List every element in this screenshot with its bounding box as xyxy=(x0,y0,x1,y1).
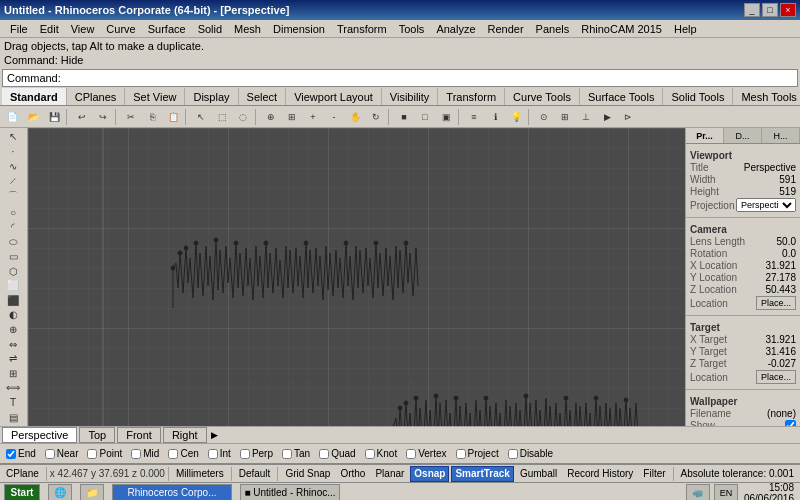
tb-render-full[interactable]: ▶ xyxy=(597,108,617,126)
tab-solid-tools[interactable]: Solid Tools xyxy=(663,88,733,106)
lt-transform[interactable]: ⇔ xyxy=(1,337,25,351)
rp-tab-help[interactable]: H... xyxy=(762,128,800,143)
tb-redo[interactable]: ↪ xyxy=(93,108,113,126)
menu-tools[interactable]: Tools xyxy=(393,22,431,36)
rhinoceros-taskbar-btn[interactable]: Rhinoceros Corpo... xyxy=(112,484,232,501)
menu-rhinocam[interactable]: RhinoCAM 2015 xyxy=(575,22,668,36)
rp-place-btn-target[interactable]: Place... xyxy=(756,370,796,384)
tb-copy[interactable]: ⎘ xyxy=(142,108,162,126)
menu-render[interactable]: Render xyxy=(482,22,530,36)
menu-view[interactable]: View xyxy=(65,22,101,36)
vp-tab-arrow[interactable]: ▶ xyxy=(209,430,220,440)
vp-tab-perspective[interactable]: Perspective xyxy=(2,427,77,443)
snap-point-check[interactable] xyxy=(87,449,97,459)
vp-tab-front[interactable]: Front xyxy=(117,427,161,443)
snap-near[interactable]: Near xyxy=(41,446,83,462)
tb-layer[interactable]: ≡ xyxy=(464,108,484,126)
sb-planar[interactable]: Planar xyxy=(371,466,408,482)
tab-setview[interactable]: Set View xyxy=(125,88,185,106)
tb-undo[interactable]: ↩ xyxy=(72,108,92,126)
lt-rect[interactable]: ▭ xyxy=(1,250,25,264)
sb-cplane[interactable]: CPlane xyxy=(2,466,43,482)
lt-extrude[interactable]: ⬛ xyxy=(1,293,25,307)
sb-ortho[interactable]: Ortho xyxy=(336,466,369,482)
lt-polyline[interactable]: ⌒ xyxy=(1,188,25,204)
snap-perp-check[interactable] xyxy=(240,449,250,459)
tab-visibility[interactable]: Visibility xyxy=(382,88,439,106)
tab-mesh-tools[interactable]: Mesh Tools xyxy=(733,88,800,106)
menu-solid[interactable]: Solid xyxy=(192,22,228,36)
lt-point[interactable]: · xyxy=(1,145,25,159)
tab-cplanes[interactable]: CPlanes xyxy=(67,88,126,106)
menu-mesh[interactable]: Mesh xyxy=(228,22,267,36)
sb-filter[interactable]: Filter xyxy=(639,466,669,482)
start-button[interactable]: Start xyxy=(4,484,40,501)
tb-save[interactable]: 💾 xyxy=(44,108,64,126)
snap-point[interactable]: Point xyxy=(83,446,126,462)
snap-project[interactable]: Project xyxy=(452,446,503,462)
snap-quad-check[interactable] xyxy=(319,449,329,459)
rp-tab-properties[interactable]: Pr... xyxy=(686,128,724,143)
sb-units[interactable]: Millimeters xyxy=(172,466,228,482)
snap-near-check[interactable] xyxy=(45,449,55,459)
snap-tan[interactable]: Tan xyxy=(278,446,314,462)
tb-zoom-in[interactable]: + xyxy=(303,108,323,126)
lt-ellipse[interactable]: ⬭ xyxy=(1,235,25,249)
tab-transform[interactable]: Transform xyxy=(438,88,505,106)
rp-place-btn-camera[interactable]: Place... xyxy=(756,296,796,310)
menu-surface[interactable]: Surface xyxy=(142,22,192,36)
sb-grid[interactable]: Default xyxy=(235,466,275,482)
lt-polygon[interactable]: ⬡ xyxy=(1,264,25,278)
tb-lasso[interactable]: ◌ xyxy=(233,108,253,126)
rhino-tray[interactable]: 🦏 xyxy=(686,484,710,501)
tb-select[interactable]: ↖ xyxy=(191,108,211,126)
lt-dim[interactable]: ⟺ xyxy=(1,381,25,395)
menu-edit[interactable]: Edit xyxy=(34,22,65,36)
rp-tab-display[interactable]: D... xyxy=(724,128,762,143)
snap-knot-check[interactable] xyxy=(365,449,375,459)
lt-select[interactable]: ↖ xyxy=(1,130,25,144)
tab-curve-tools[interactable]: Curve Tools xyxy=(505,88,580,106)
tab-viewport-layout[interactable]: Viewport Layout xyxy=(286,88,382,106)
lt-mirror[interactable]: ⇌ xyxy=(1,352,25,366)
tb-pan[interactable]: ✋ xyxy=(345,108,365,126)
rp-projection-select[interactable]: Perspective Parallel xyxy=(736,198,796,212)
rp-show-checkbox[interactable] xyxy=(785,420,796,426)
tb-properties[interactable]: ℹ xyxy=(485,108,505,126)
snap-mid[interactable]: Mid xyxy=(127,446,163,462)
snap-int-check[interactable] xyxy=(208,449,218,459)
viewport-area[interactable]: Perspective Y X xyxy=(28,128,685,426)
tb-zoom-ext[interactable]: ⊕ xyxy=(261,108,281,126)
sb-record-history[interactable]: Record History xyxy=(563,466,637,482)
explorer-btn[interactable]: 📁 xyxy=(80,484,104,501)
tb-light[interactable]: 💡 xyxy=(506,108,526,126)
lt-array[interactable]: ⊞ xyxy=(1,367,25,381)
lt-revolve[interactable]: ◐ xyxy=(1,308,25,322)
lt-hatch[interactable]: ▤ xyxy=(1,410,25,424)
close-button[interactable]: × xyxy=(780,3,796,17)
tb-rotate[interactable]: ↻ xyxy=(366,108,386,126)
snap-vertex-check[interactable] xyxy=(406,449,416,459)
tab-standard[interactable]: Standard xyxy=(2,88,67,106)
snap-end[interactable]: End xyxy=(2,446,40,462)
snap-disable-check[interactable] xyxy=(508,449,518,459)
ie-btn[interactable]: 🌐 xyxy=(48,484,72,501)
tb-render-preview[interactable]: ⊳ xyxy=(618,108,638,126)
tb-new[interactable]: 📄 xyxy=(2,108,22,126)
menu-dimension[interactable]: Dimension xyxy=(267,22,331,36)
menu-transform[interactable]: Transform xyxy=(331,22,393,36)
command-bar[interactable]: Command: xyxy=(2,69,798,87)
vp-tab-right[interactable]: Right xyxy=(163,427,207,443)
another-taskbar-btn[interactable]: ■ Untitled - Rhinoc... xyxy=(240,484,340,501)
lt-arc[interactable]: ◜ xyxy=(1,220,25,234)
snap-int[interactable]: Int xyxy=(204,446,235,462)
tb-cut[interactable]: ✂ xyxy=(121,108,141,126)
lt-boolean[interactable]: ⊕ xyxy=(1,323,25,337)
tb-snap[interactable]: ⊙ xyxy=(534,108,554,126)
menu-help[interactable]: Help xyxy=(668,22,703,36)
window-controls[interactable]: _ □ × xyxy=(744,3,796,17)
snap-quad[interactable]: Quad xyxy=(315,446,359,462)
lt-text[interactable]: T xyxy=(1,396,25,410)
lt-surface[interactable]: ⬜ xyxy=(1,279,25,293)
tab-surface-tools[interactable]: Surface Tools xyxy=(580,88,663,106)
